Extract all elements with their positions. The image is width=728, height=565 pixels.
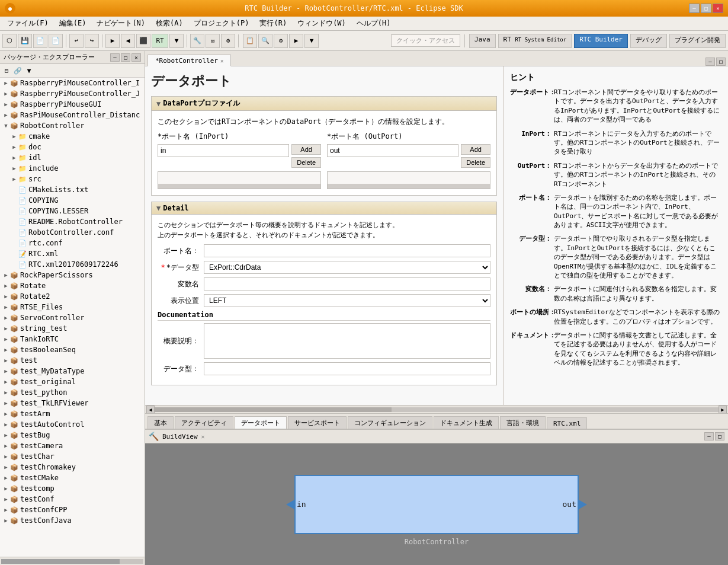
tree-item[interactable]: ▶📁cmake xyxy=(0,131,145,142)
h-scroll-right-btn[interactable]: ▶ xyxy=(719,406,727,414)
outport-delete-btn[interactable]: Delete xyxy=(461,157,490,168)
tree-item[interactable]: ▶📦Rotate xyxy=(0,280,145,291)
tree-item[interactable]: ▶📦RTSE_Files xyxy=(0,302,145,312)
menu-navigate[interactable]: ナビゲート(N) xyxy=(92,17,150,30)
perspective-rtc-builder[interactable]: RTC Builder xyxy=(574,34,628,48)
toolbar-extra-1[interactable]: 📋 xyxy=(243,34,257,48)
toolbar-btn-13[interactable]: ⚙ xyxy=(221,34,235,48)
toolbar-btn-5[interactable]: ↩ xyxy=(69,34,84,48)
tree-item[interactable]: ▶📦testChar xyxy=(0,451,145,462)
tree-item[interactable]: ▶📦test_python xyxy=(0,387,145,398)
tree-item[interactable]: ▶📦ServoController xyxy=(0,312,145,323)
variable-name-input[interactable] xyxy=(204,277,490,291)
quick-access-input[interactable]: クイック・アクセス xyxy=(391,34,460,47)
tree-item[interactable]: ▶📦testAutoControl xyxy=(0,419,145,430)
tree-item[interactable]: ▶📦string_test xyxy=(0,323,145,334)
tree-item[interactable]: ▶📦TankIoRTC xyxy=(0,334,145,344)
build-view-minimize[interactable]: – xyxy=(704,432,714,440)
toolbar-btn-7[interactable]: ▶ xyxy=(105,34,120,48)
tree-item[interactable]: ▶📁doc xyxy=(0,142,145,152)
menu-search[interactable]: 検索(A) xyxy=(151,17,188,30)
summary-textarea[interactable] xyxy=(204,323,490,359)
perspective-rt-system-editor[interactable]: RT RT System Editor xyxy=(498,34,572,48)
data-type-select[interactable]: ExPort::CdrData xyxy=(204,261,490,274)
menu-run[interactable]: 実行(R) xyxy=(255,17,291,30)
tree-item[interactable]: ▶📦testCMake xyxy=(0,473,145,483)
inport-text-field[interactable] xyxy=(158,144,289,157)
tree-item[interactable]: ▶📦testArm xyxy=(0,408,145,419)
dataport-section-header[interactable]: ▼ DataPortプロファイル xyxy=(152,97,496,111)
tree-item[interactable]: ▶📦testConf xyxy=(0,494,145,505)
toolbar-btn-4[interactable]: 📄 xyxy=(49,34,63,48)
tab-configuration[interactable]: コンフィギュレーション xyxy=(348,416,432,429)
tree-item[interactable]: ▶📦RaspberryPiMouseController_J xyxy=(0,88,145,99)
toolbar-btn-6[interactable]: ↪ xyxy=(85,34,99,48)
toolbar-btn-11[interactable]: 🔧 xyxy=(190,34,204,48)
tree-item[interactable]: ▶📦RasPiMouseController_Distanc xyxy=(0,110,145,120)
tree-item[interactable]: ▶📁include xyxy=(0,163,145,174)
minimize-button[interactable]: – xyxy=(689,4,700,13)
tree-item[interactable]: ▶📦testConfCPP xyxy=(0,505,145,515)
editor-panel-minimize[interactable]: – xyxy=(705,58,715,66)
tab-language[interactable]: 言語・環境 xyxy=(500,416,546,429)
tab-dataport[interactable]: データポート xyxy=(235,416,287,429)
toolbar-extra-2[interactable]: 🔍 xyxy=(258,34,272,48)
maximize-button[interactable]: □ xyxy=(701,4,711,13)
detail-section-header[interactable]: ▼ Detail xyxy=(152,202,496,215)
outport-scroll-area[interactable] xyxy=(327,171,490,189)
tree-item[interactable]: 📝RTC.xml xyxy=(0,248,145,259)
tab-docgen[interactable]: ドキュメント生成 xyxy=(434,416,499,429)
menu-file[interactable]: ファイル(F) xyxy=(2,17,53,30)
tree-item[interactable]: ▼📦RobotController xyxy=(0,120,145,131)
tab-serviceport[interactable]: サービスポート xyxy=(288,416,347,429)
perspective-java[interactable]: Java xyxy=(469,34,496,48)
tree-item[interactable]: 📄README.RobotController xyxy=(0,216,145,227)
menu-window[interactable]: ウィンドウ(W) xyxy=(293,17,351,30)
menu-edit[interactable]: 編集(E) xyxy=(54,17,91,30)
editor-h-scrollbar[interactable]: ◀ ▶ xyxy=(145,405,728,413)
toolbar-btn-8[interactable]: ◀ xyxy=(121,34,135,48)
tree-item[interactable]: ▶📦test xyxy=(0,355,145,366)
toolbar-btn-10[interactable]: ▼ xyxy=(169,34,184,48)
inport-add-btn[interactable]: Add xyxy=(291,144,321,155)
tree-item[interactable]: ▶📦test_MyDataType xyxy=(0,366,145,376)
tree-item[interactable]: ▶📦testChromakey xyxy=(0,462,145,473)
tree-item[interactable]: ▶📦test_original xyxy=(0,376,145,387)
perspective-debug[interactable]: デバッグ xyxy=(630,34,667,48)
toolbar-btn-9[interactable]: ⬛ xyxy=(136,34,150,48)
port-name-input[interactable] xyxy=(204,244,490,257)
tree-item[interactable]: 📄COPYING xyxy=(0,195,145,206)
tab-activity[interactable]: アクティビティ xyxy=(175,416,233,429)
toolbar-btn-1[interactable]: ⬡ xyxy=(2,34,17,48)
tree-item[interactable]: ▶📦testBug xyxy=(0,430,145,440)
panel-minimize-btn[interactable]: – xyxy=(110,53,120,62)
toolbar-btn-save[interactable]: 💾 xyxy=(18,34,32,48)
editor-tab-robotcontroller[interactable]: *RobotController ✕ xyxy=(147,55,231,66)
inport-delete-btn[interactable]: Delete xyxy=(291,157,321,168)
tree-item[interactable]: 📄CMakeLists.txt xyxy=(0,184,145,195)
toolbar-btn-rtc[interactable]: RT xyxy=(152,34,168,48)
toolbar-btn-12[interactable]: ✉ xyxy=(206,34,220,48)
tree-item[interactable]: ▶📁src xyxy=(0,174,145,184)
tree-item[interactable]: ▶📦RaspberryPiMouseGUI xyxy=(0,99,145,110)
toolbar-extra-3[interactable]: ⚙ xyxy=(274,34,288,48)
display-pos-select[interactable]: LEFT xyxy=(204,294,490,307)
tree-item[interactable]: ▶📦testCamera xyxy=(0,440,145,451)
menu-help[interactable]: ヘルプ(H) xyxy=(352,17,396,30)
inport-scroll-area[interactable] xyxy=(158,171,321,189)
toolbar-extra-4[interactable]: ▶ xyxy=(289,34,303,48)
tree-item[interactable]: 📄rtc.conf xyxy=(0,238,145,248)
tree-link-btn[interactable]: 🔗 xyxy=(12,65,23,76)
tree-item[interactable]: 📄RTC.xml20170609172246 xyxy=(0,259,145,270)
tab-rtcxml[interactable]: RTC.xml xyxy=(547,417,587,429)
h-scroll-left-btn[interactable]: ◀ xyxy=(146,406,155,414)
tree-item[interactable]: ▶📁idl xyxy=(0,152,145,163)
tab-basic[interactable]: 基本 xyxy=(147,416,174,429)
editor-panel-maximize[interactable]: □ xyxy=(716,58,726,66)
data-type-doc-input[interactable] xyxy=(204,362,490,375)
tree-item[interactable]: 📄RobotController.conf xyxy=(0,227,145,238)
toolbar-btn-3[interactable]: 📄 xyxy=(33,34,47,48)
tree-item[interactable]: ▶📦testcomp xyxy=(0,483,145,494)
panel-close-btn[interactable]: ✕ xyxy=(132,53,141,62)
editor-tab-close[interactable]: ✕ xyxy=(220,58,223,64)
